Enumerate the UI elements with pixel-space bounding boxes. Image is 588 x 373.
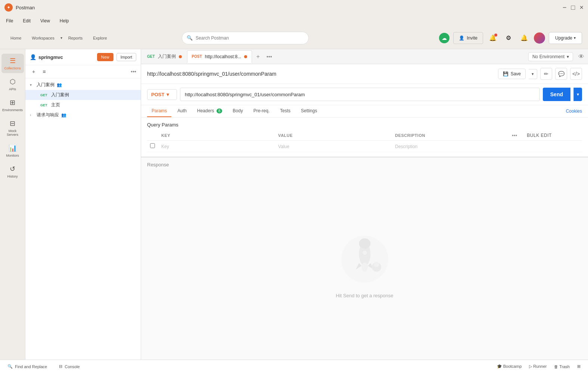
menu-help[interactable]: Help bbox=[58, 18, 71, 24]
menu-edit[interactable]: Edit bbox=[21, 18, 32, 24]
find-replace-button[interactable]: 🔍 Find and Replace bbox=[4, 363, 50, 370]
save-label: Save bbox=[511, 71, 521, 76]
bootcamp-button[interactable]: 🎓 Bootcamp bbox=[494, 363, 525, 370]
send-label: Send bbox=[550, 91, 563, 97]
tree-item-home-label: 主页 bbox=[51, 102, 60, 108]
req-tab-params[interactable]: Params bbox=[147, 105, 171, 117]
send-chevron-button[interactable]: ▾ bbox=[573, 88, 582, 101]
req-tab-headers[interactable]: Headers 8 bbox=[193, 105, 227, 117]
headers-count-badge: 8 bbox=[217, 109, 223, 113]
bulk-edit-header[interactable]: Bulk Edit bbox=[524, 131, 582, 141]
sidebar-item-mock-servers[interactable]: ⊟ Mock Servers bbox=[1, 116, 24, 140]
request-tabs: Params Auth Headers 8 Body Pre-req. Test… bbox=[141, 105, 588, 117]
row-checkbox[interactable] bbox=[150, 143, 155, 148]
search-input[interactable] bbox=[196, 35, 304, 41]
sidebar-item-monitors[interactable]: 📊 Monitors bbox=[1, 141, 24, 160]
row-extra-cell bbox=[524, 141, 582, 152]
settings-button[interactable]: ⚙ bbox=[503, 32, 514, 44]
close-button[interactable]: × bbox=[579, 4, 584, 11]
notifications-button[interactable]: 🔔 bbox=[487, 32, 499, 44]
value-input[interactable] bbox=[278, 144, 389, 149]
menu-file[interactable]: File bbox=[4, 18, 15, 24]
collection-intro[interactable]: ▾ 入门案例 👥 bbox=[25, 80, 141, 90]
collection-req-resp[interactable]: › 请求与响应 👥 bbox=[25, 110, 141, 120]
tree-item-intro-get[interactable]: GET 入门案例 bbox=[25, 90, 141, 100]
sort-button[interactable]: ≡ bbox=[40, 68, 48, 76]
code-snippet-button[interactable]: </> bbox=[570, 68, 582, 80]
console-label: Console bbox=[65, 364, 80, 369]
topbar-right: ☁ 👤 Invite 🔔 ⚙ 🔔 Upgrade ▾ bbox=[439, 32, 582, 44]
sidebar-header: 👤 springmvc New Import bbox=[25, 49, 141, 65]
search-bar[interactable]: 🔍 bbox=[182, 32, 309, 44]
menu-view[interactable]: View bbox=[39, 18, 52, 24]
tab-get-dot bbox=[179, 55, 182, 58]
code-icon-button[interactable]: 💬 bbox=[555, 68, 567, 80]
grid-button[interactable]: ⊞ bbox=[574, 363, 584, 370]
method-chevron-icon: ▾ bbox=[167, 92, 169, 97]
reports-nav-button[interactable]: Reports bbox=[64, 34, 87, 43]
avatar[interactable] bbox=[534, 32, 545, 44]
sidebar-item-environments[interactable]: ⊞ Environments bbox=[1, 95, 24, 115]
sidebar-item-collections[interactable]: ☰ Collections bbox=[1, 54, 24, 73]
home-nav-button[interactable]: Home bbox=[6, 34, 26, 43]
save-chevron-button[interactable]: ▾ bbox=[529, 69, 537, 79]
req-tab-settings[interactable]: Settings bbox=[296, 105, 321, 117]
monitors-icon: 📊 bbox=[9, 144, 17, 152]
bulk-edit-button[interactable]: Bulk Edit bbox=[527, 133, 552, 138]
tab-get[interactable]: GET 入门案例 bbox=[143, 50, 186, 63]
import-button[interactable]: Import bbox=[116, 53, 136, 61]
add-collection-button[interactable]: + bbox=[30, 68, 37, 76]
add-tab-button[interactable]: + bbox=[253, 51, 263, 62]
tab-post[interactable]: POST http://localhost:8... bbox=[187, 50, 252, 63]
env-selector: No Environment ▾ 👁 bbox=[528, 51, 587, 62]
search-small-icon: 🔍 bbox=[7, 364, 13, 369]
invite-button[interactable]: 👤 Invite bbox=[453, 32, 483, 44]
comment-icon: 💬 bbox=[558, 71, 564, 77]
req-tab-auth[interactable]: Auth bbox=[173, 105, 191, 117]
tree-item-home-get[interactable]: GET 主页 bbox=[25, 100, 141, 110]
sidebar-item-history[interactable]: ↺ History bbox=[1, 162, 24, 181]
params-table: KEY VALUE DESCRIPTION ••• Bulk Edit bbox=[147, 131, 582, 152]
cookies-button[interactable]: Cookies bbox=[566, 109, 582, 114]
method-selector[interactable]: POST ▾ bbox=[147, 89, 177, 100]
titlebar: Postman − □ × bbox=[0, 0, 588, 15]
app-name: Postman bbox=[16, 5, 35, 10]
edit-icon-button[interactable]: ✏ bbox=[540, 68, 552, 80]
more-tabs-button[interactable]: ••• bbox=[264, 51, 274, 62]
send-button[interactable]: Send bbox=[543, 88, 570, 101]
invite-icon: 👤 bbox=[459, 35, 464, 41]
svg-point-3 bbox=[362, 250, 367, 256]
response-area: Response bbox=[141, 157, 588, 360]
req-tab-body[interactable]: Body bbox=[228, 105, 247, 117]
collections-label: Collections bbox=[4, 66, 21, 70]
environment-dropdown[interactable]: No Environment ▾ bbox=[528, 52, 573, 61]
new-button[interactable]: New bbox=[97, 53, 113, 61]
sidebar-item-apis[interactable]: ⬡ APIs bbox=[1, 75, 24, 94]
bottom-bar: 🔍 Find and Replace ⊟ Console 🎓 Bootcamp … bbox=[0, 360, 588, 373]
key-input[interactable] bbox=[161, 144, 272, 149]
alerts-button[interactable]: 🔔 bbox=[518, 32, 530, 44]
upgrade-button[interactable]: Upgrade ▾ bbox=[549, 32, 582, 44]
main-layout: ☰ Collections ⬡ APIs ⊞ Environments ⊟ Mo… bbox=[0, 49, 588, 360]
url-input[interactable] bbox=[180, 88, 540, 101]
environment-eye-button[interactable]: 👁 bbox=[576, 51, 587, 62]
explore-nav-button[interactable]: Explore bbox=[88, 34, 111, 43]
params-description-header: DESCRIPTION bbox=[392, 131, 509, 141]
console-button[interactable]: ⊟ Console bbox=[56, 363, 83, 370]
description-input[interactable] bbox=[395, 144, 506, 149]
runner-button[interactable]: ▷ Runner bbox=[526, 363, 550, 370]
workspaces-nav-button[interactable]: Workspaces ▾ bbox=[27, 34, 62, 43]
trash-button[interactable]: 🗑 Trash bbox=[551, 363, 573, 370]
req-tab-tests[interactable]: Tests bbox=[276, 105, 295, 117]
save-button[interactable]: 💾 Save bbox=[498, 69, 526, 79]
more-options-button[interactable]: ••• bbox=[131, 69, 136, 75]
environments-icon: ⊞ bbox=[10, 98, 15, 107]
minimize-button[interactable]: − bbox=[563, 4, 567, 11]
query-params-label: Query Params bbox=[147, 122, 582, 128]
tab-get-method: GET bbox=[147, 54, 155, 59]
collections-icon: ☰ bbox=[10, 57, 16, 65]
maximize-button[interactable]: □ bbox=[571, 4, 575, 11]
req-tab-prereq[interactable]: Pre-req. bbox=[249, 105, 274, 117]
titlebar-left: Postman bbox=[4, 3, 35, 12]
response-empty-state: Hit Send to get a response bbox=[147, 172, 582, 360]
